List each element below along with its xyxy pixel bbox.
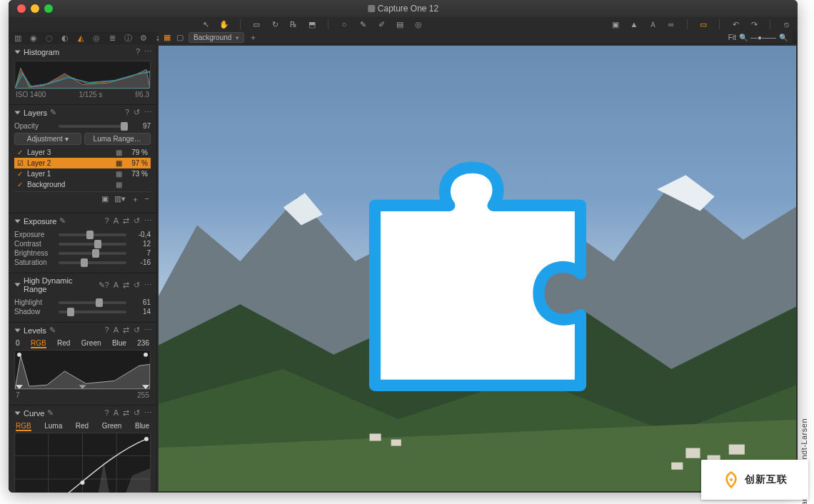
grid-view-icon[interactable]: ▦ <box>163 34 171 42</box>
panel-reset-icon[interactable]: ↺ <box>134 408 140 418</box>
exposure-value[interactable]: 7 <box>131 249 151 257</box>
color-tab-icon[interactable]: ◐ <box>60 33 70 43</box>
panel-help-icon[interactable]: ? <box>125 108 129 117</box>
opacity-value[interactable]: 97 <box>131 122 151 130</box>
cursor-tool-icon[interactable]: ↖ <box>200 19 211 30</box>
levels-display[interactable] <box>14 350 151 390</box>
annotations-icon[interactable]: Ａ <box>647 19 658 30</box>
capture-tab-icon[interactable]: ◉ <box>29 33 39 43</box>
mask-toggle-icon[interactable]: ▣ <box>101 194 109 205</box>
layer-row[interactable]: ✓Layer 1▦73 % <box>14 168 151 179</box>
levels-channel-red[interactable]: Red <box>57 339 70 348</box>
library-tab-icon[interactable]: ▥ <box>13 33 23 43</box>
exposure-slider[interactable] <box>59 243 126 246</box>
output-tab-icon[interactable]: ⚙ <box>139 33 149 43</box>
layer-mask-icon[interactable]: ▦ <box>116 148 122 156</box>
exposure-warning-icon[interactable]: ▣ <box>610 19 621 30</box>
layer-visible-icon[interactable]: ✓ <box>17 148 24 156</box>
layer-row[interactable]: ✓Background▦ <box>14 179 151 190</box>
redo-icon[interactable]: ↷ <box>748 19 760 30</box>
panel-reset-icon[interactable]: ↺ <box>134 326 140 335</box>
panel-reset-icon[interactable]: ↺ <box>134 281 140 290</box>
panel-menu-icon[interactable]: ⋯ <box>144 47 152 56</box>
exposure-slider[interactable] <box>59 233 126 236</box>
layer-row[interactable]: ☑Layer 2▦97 % <box>14 158 151 168</box>
undo-icon[interactable]: ↶ <box>730 19 741 30</box>
viewer-toggle-icon[interactable]: ▭ <box>698 19 709 30</box>
opacity-slider[interactable] <box>59 125 126 128</box>
rotate-tool-icon[interactable]: ↻ <box>269 19 281 30</box>
exposure-slider[interactable] <box>59 261 126 264</box>
layer-mask-icon[interactable]: ▦ <box>116 170 122 178</box>
panel-menu-icon[interactable]: ⋯ <box>144 281 152 290</box>
focus-mask-icon[interactable]: ▲ <box>628 19 640 30</box>
levels-low-in[interactable]: 0 <box>16 339 20 348</box>
exposure-value[interactable]: -0,4 <box>131 231 151 238</box>
gradient-mask-icon[interactable]: ▤ <box>394 19 406 30</box>
variant-selector[interactable]: Background ▾ <box>189 32 244 43</box>
curve-channel-blue[interactable]: Blue <box>135 422 149 431</box>
panel-reset-icon[interactable]: ↺ <box>134 216 140 226</box>
layer-visible-icon[interactable]: ✓ <box>17 170 24 178</box>
remove-layer-icon[interactable]: − <box>145 194 149 205</box>
levels-high-out[interactable]: 255 <box>137 391 149 399</box>
adjustment-button[interactable]: Adjustment ▾ <box>14 133 81 145</box>
layer-visible-icon[interactable]: ☑ <box>17 159 24 167</box>
panel-help-icon[interactable]: ? <box>105 326 109 335</box>
curve-display[interactable] <box>14 433 151 493</box>
levels-high-in[interactable]: 236 <box>137 339 149 348</box>
keystone-tool-icon[interactable]: ⬒ <box>306 19 318 30</box>
adjustments-tab-icon[interactable]: ≣ <box>107 33 117 43</box>
image-viewer[interactable] <box>159 46 796 491</box>
proofing-icon[interactable]: ∞ <box>665 19 677 30</box>
curve-channel-red[interactable]: Red <box>76 422 89 431</box>
zoom-window-button[interactable] <box>44 4 53 13</box>
hdr-value[interactable]: 61 <box>131 298 151 306</box>
panel-menu-icon[interactable]: ⋯ <box>144 108 152 117</box>
panel-reset-icon[interactable]: ↺ <box>134 108 140 117</box>
disclosure-icon[interactable] <box>15 219 21 223</box>
hand-tool-icon[interactable]: ✋ <box>218 19 230 30</box>
panel-menu-icon[interactable]: ⋯ <box>144 326 152 335</box>
layer-type-icon[interactable]: ▥▾ <box>114 194 126 205</box>
single-view-icon[interactable]: ▢ <box>176 34 184 42</box>
levels-channel-green[interactable]: Green <box>81 339 101 348</box>
search-icon[interactable]: 🔍 <box>779 34 788 41</box>
straighten-tool-icon[interactable]: ℞ <box>288 19 299 30</box>
exposure-tab-icon[interactable]: ◭ <box>76 33 86 43</box>
hdr-value[interactable]: 14 <box>131 308 151 316</box>
levels-channel-blue[interactable]: Blue <box>112 339 126 348</box>
disclosure-icon[interactable] <box>15 283 21 287</box>
layer-mask-icon[interactable]: ▦ <box>116 159 122 167</box>
metadata-tab-icon[interactable]: ⓘ <box>123 33 133 43</box>
radial-mask-icon[interactable]: ◎ <box>413 19 424 30</box>
close-window-button[interactable] <box>17 4 26 13</box>
layer-visible-icon[interactable]: ✓ <box>17 181 24 188</box>
panel-help-icon[interactable]: ? <box>105 216 109 226</box>
disclosure-icon[interactable] <box>15 111 21 114</box>
layer-row[interactable]: ✓Layer 3▦79 % <box>14 147 151 158</box>
mask-erase-icon[interactable]: ✐ <box>376 19 387 30</box>
lens-tab-icon[interactable]: ◌ <box>44 33 54 43</box>
magnifier-icon[interactable]: 🔍 <box>739 34 748 41</box>
levels-channel-rgb[interactable]: RGB <box>31 339 46 348</box>
zoom-fit-label[interactable]: Fit <box>728 34 736 41</box>
reset-icon[interactable]: ⦸ <box>780 19 792 30</box>
disclosure-icon[interactable] <box>15 411 21 415</box>
layer-mask-icon[interactable]: ▦ <box>116 181 122 188</box>
curve-channel-rgb[interactable]: RGB <box>16 422 31 431</box>
curve-channel-green[interactable]: Green <box>102 422 122 431</box>
zoom-slider-icon[interactable]: —●—— <box>750 34 776 41</box>
crop-tool-icon[interactable]: ▭ <box>251 19 262 30</box>
panel-menu-icon[interactable]: ⋯ <box>144 216 152 226</box>
disclosure-icon[interactable] <box>15 50 21 54</box>
hdr-slider[interactable] <box>59 301 126 304</box>
spot-tool-icon[interactable]: ○ <box>338 19 350 30</box>
luma-range-button[interactable]: Luma Range… <box>84 133 151 145</box>
panel-help-icon[interactable]: ? <box>105 281 109 290</box>
minimize-window-button[interactable] <box>31 4 39 13</box>
hdr-slider[interactable] <box>59 311 126 313</box>
panel-help-icon[interactable]: ? <box>136 47 140 56</box>
details-tab-icon[interactable]: ◎ <box>91 33 101 43</box>
exposure-slider[interactable] <box>59 252 126 255</box>
